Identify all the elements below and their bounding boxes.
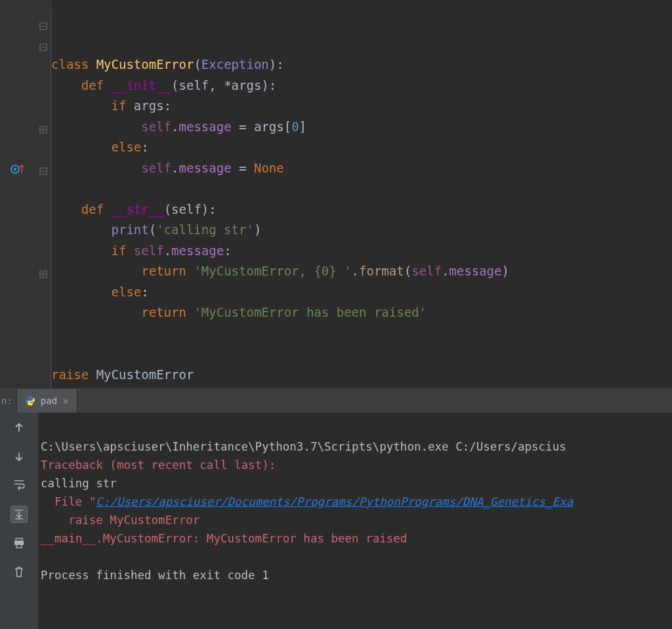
- console-output[interactable]: C:\Users\apsciuser\Inheritance\Python3.7…: [38, 413, 672, 629]
- code-ident: args: [134, 98, 164, 113]
- code-keyword: return: [141, 264, 186, 278]
- console-exit: Process finished with exit code 1: [41, 569, 269, 582]
- code-self: self: [141, 161, 171, 175]
- code-keyword: class: [51, 57, 89, 71]
- fold-icon-open[interactable]: [39, 18, 47, 26]
- code-attr: message: [179, 161, 232, 175]
- scroll-to-end-icon[interactable]: [10, 506, 28, 523]
- svg-point-1: [14, 167, 16, 170]
- soft-wrap-icon[interactable]: [10, 477, 28, 494]
- code-keyword: if: [112, 98, 127, 113]
- code-self: self: [411, 264, 442, 278]
- code-keyword: raise: [51, 367, 89, 382]
- python-file-icon: [25, 396, 35, 406]
- code-keyword: def: [81, 78, 104, 92]
- code-keyword: if: [112, 243, 127, 258]
- code-base: Exception: [201, 57, 269, 71]
- editor-area: class MyCustomError(Exception): def __in…: [0, 0, 672, 388]
- code-self: self: [134, 243, 164, 258]
- console-file-link[interactable]: C:/Users/apsciuser/Documents/Programs/Py…: [96, 495, 573, 508]
- code-op: =: [239, 161, 246, 175]
- svg-rect-3: [14, 541, 24, 545]
- code-builtin: print: [112, 222, 149, 237]
- code-keyword: else: [112, 140, 142, 154]
- override-up-icon[interactable]: [10, 162, 25, 176]
- code-keyword: def: [81, 202, 104, 216]
- console-stdout: calling str: [41, 477, 117, 490]
- console-traceback: Traceback (most recent call last):: [41, 458, 276, 472]
- up-stack-icon[interactable]: [10, 419, 28, 436]
- code-dunder: __init__: [112, 78, 172, 92]
- code-string: 'calling str': [156, 222, 254, 237]
- code-op: =: [239, 119, 246, 134]
- code-keyword: return: [141, 305, 186, 319]
- run-tool-window: n: pad × C:\Users\apsciuser\Inheritance\…: [0, 388, 672, 629]
- run-prefix-label: n:: [0, 389, 17, 413]
- fold-icon-open[interactable]: [39, 163, 47, 171]
- code-string: 'MyCustomError, {0} ': [194, 264, 351, 278]
- code-classname: MyCustomError: [96, 57, 194, 71]
- console-quote: ": [89, 495, 96, 508]
- editor-gutter: [0, 0, 51, 388]
- console-file-prefix: File: [41, 495, 89, 508]
- close-icon[interactable]: ×: [62, 395, 69, 407]
- console-toolbar: [0, 413, 38, 629]
- code-ident: MyCustomError: [96, 367, 194, 382]
- code-attr: message: [171, 243, 224, 258]
- code-method: format: [359, 264, 404, 278]
- code-none: None: [254, 161, 284, 175]
- fold-icon-open[interactable]: [39, 39, 47, 47]
- code-dunder: __str__: [112, 202, 164, 216]
- fold-icon-close[interactable]: [39, 266, 47, 274]
- run-tab-pad[interactable]: pad ×: [17, 389, 77, 413]
- fold-icon-close[interactable]: [39, 122, 47, 130]
- code-ident: args: [254, 119, 284, 134]
- console-command: C:\Users\apsciuser\Inheritance\Python3.7…: [41, 440, 566, 453]
- console-raise-line: raise MyCustomError: [41, 514, 200, 527]
- code-string: 'MyCustomError has been raised': [194, 305, 427, 319]
- code-self: self: [141, 119, 171, 134]
- svg-rect-2: [16, 538, 22, 541]
- code-number: 0: [291, 119, 299, 134]
- code-keyword: else: [112, 285, 142, 299]
- code-editor[interactable]: class MyCustomError(Exception): def __in…: [51, 0, 672, 388]
- code-attr: message: [179, 119, 232, 134]
- run-tabs: n: pad ×: [0, 389, 672, 413]
- print-icon[interactable]: [10, 535, 28, 552]
- down-stack-icon[interactable]: [10, 448, 28, 465]
- trash-icon[interactable]: [10, 563, 28, 580]
- console-error-line: __main__.MyCustomError: MyCustomError ha…: [41, 532, 407, 545]
- run-tab-label: pad: [41, 396, 57, 406]
- code-attr: message: [449, 264, 501, 278]
